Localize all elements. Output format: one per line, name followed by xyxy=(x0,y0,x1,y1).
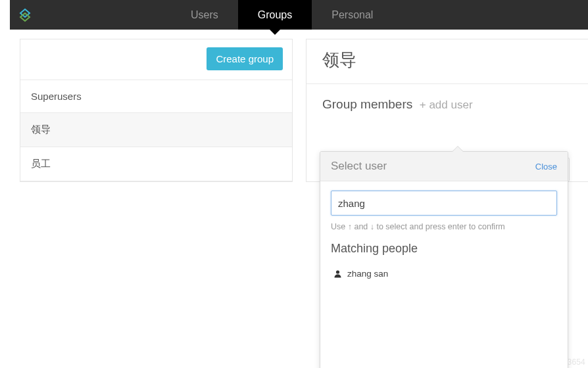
user-search-input[interactable] xyxy=(331,191,557,216)
user-result-item[interactable]: zhang san xyxy=(331,265,557,283)
create-group-button[interactable]: Create group xyxy=(207,47,283,70)
popover-close-link[interactable]: Close xyxy=(535,162,557,172)
group-list: Superusers 领导 员工 xyxy=(20,80,292,181)
nav-tab-groups[interactable]: Groups xyxy=(238,0,312,30)
top-navbar: Users Groups Personal xyxy=(10,0,588,30)
logo-icon xyxy=(18,8,32,22)
person-icon xyxy=(333,269,342,278)
group-detail-panel: 领导 Group members + add user Select user … xyxy=(306,39,588,182)
svg-point-2 xyxy=(336,270,339,273)
members-row: Group members + add user xyxy=(306,84,588,116)
matching-people-title: Matching people xyxy=(331,242,557,256)
members-label: Group members xyxy=(322,97,412,111)
search-hint: Use ↑ and ↓ to select and press enter to… xyxy=(331,222,557,231)
main-content: Create group Superusers 领导 员工 领导 Group m… xyxy=(0,30,588,182)
nav-tab-personal[interactable]: Personal xyxy=(312,0,393,30)
group-item[interactable]: Superusers xyxy=(20,80,292,113)
select-user-popover: Select user Close Use ↑ and ↓ to select … xyxy=(320,151,568,368)
add-user-link[interactable]: + add user xyxy=(420,99,473,111)
nav-tab-users[interactable]: Users xyxy=(171,0,238,30)
user-result-name: zhang san xyxy=(347,269,388,279)
group-title: 领导 xyxy=(306,39,588,84)
group-item[interactable]: 领导 xyxy=(20,113,292,147)
popover-header: Select user Close xyxy=(320,152,568,181)
app-logo[interactable] xyxy=(10,0,39,30)
group-item[interactable]: 员工 xyxy=(20,147,292,181)
groups-panel: Create group Superusers 领导 员工 xyxy=(20,39,293,182)
create-group-row: Create group xyxy=(20,39,292,80)
popover-body: Use ↑ and ↓ to select and press enter to… xyxy=(320,181,568,368)
popover-title: Select user xyxy=(331,160,387,173)
